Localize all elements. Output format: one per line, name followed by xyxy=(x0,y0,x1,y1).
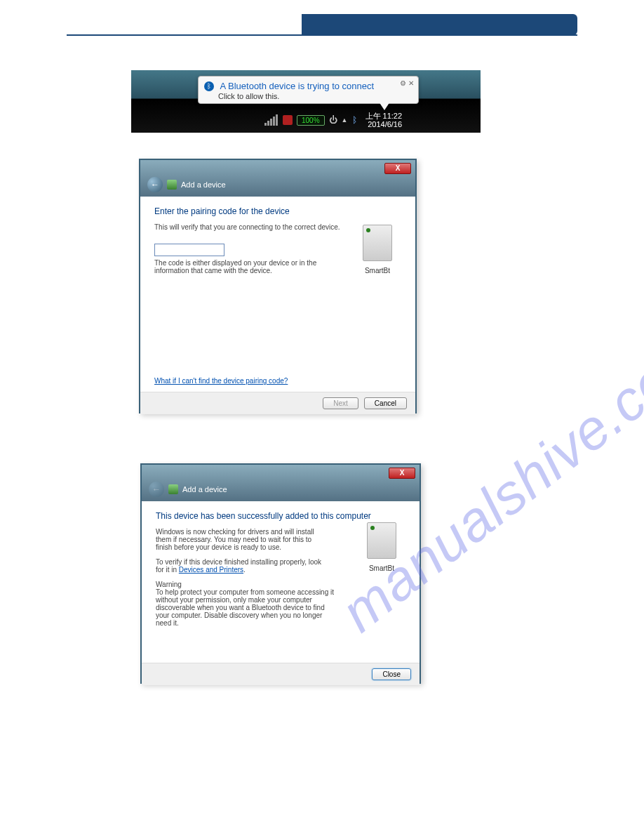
dialog-titlebar: X ← Add a device xyxy=(140,160,415,197)
back-button-disabled: ← xyxy=(149,482,164,497)
add-device-pairing-dialog: X ← Add a device Enter the pairing code … xyxy=(139,159,417,413)
clock[interactable]: 上午 11:22 2014/6/16 xyxy=(365,112,403,128)
dialog-heading: Enter the pairing code for the device xyxy=(154,206,401,216)
dialog-footer: Next Cancel xyxy=(140,392,415,414)
dialog-heading: This device has been successfully added … xyxy=(156,511,405,521)
close-button[interactable]: X xyxy=(384,163,411,174)
next-button[interactable]: Next xyxy=(323,397,358,409)
back-button[interactable]: ← xyxy=(147,177,163,192)
show-hidden-icons[interactable]: ▲ xyxy=(342,117,348,124)
bluetooth-tray-icon[interactable]: ᛒ xyxy=(352,115,357,125)
close-dialog-button[interactable]: Close xyxy=(372,668,411,680)
cancel-button[interactable]: Cancel xyxy=(364,397,407,409)
battery-indicator[interactable]: 100% xyxy=(297,115,325,126)
warning-label: Warning xyxy=(156,581,338,588)
taskbar-screenshot: ᛒ A Bluetooth device is trying to connec… xyxy=(131,70,481,133)
action-center-icon[interactable] xyxy=(283,115,293,125)
add-device-success-dialog: X ← Add a device This device has been su… xyxy=(140,463,421,684)
device-icon xyxy=(363,225,392,261)
dialog-title: Add a device xyxy=(182,485,227,494)
device-wizard-icon xyxy=(168,484,178,494)
header-accent-bar xyxy=(302,14,577,35)
notification-subtitle: Click to allow this. xyxy=(218,92,412,100)
success-paragraph-1: Windows is now checking for drivers and … xyxy=(156,528,324,551)
success-paragraph-2: To verify if this device finished instal… xyxy=(156,558,324,574)
clock-time: 上午 11:22 xyxy=(365,112,403,120)
device-name-label: SmartBt xyxy=(361,564,403,572)
bluetooth-notification-balloon[interactable]: ᛒ A Bluetooth device is trying to connec… xyxy=(198,76,419,104)
device-name-label: SmartBt xyxy=(356,267,398,274)
devices-and-printers-link[interactable]: Devices and Printers xyxy=(179,566,243,574)
dialog-title: Add a device xyxy=(181,180,226,189)
dialog-footer: Close xyxy=(142,663,420,685)
close-button[interactable]: X xyxy=(389,468,415,479)
device-wizard-icon xyxy=(167,180,177,190)
header-underline xyxy=(67,34,577,36)
notification-option-icons[interactable]: ⚙ ✕ xyxy=(400,79,414,87)
dialog-titlebar: X ← Add a device xyxy=(142,465,420,501)
notification-title: A Bluetooth device is trying to connect xyxy=(220,81,374,91)
pairing-help-link[interactable]: What if I can't find the device pairing … xyxy=(154,377,288,385)
warning-text: To help protect your computer from someo… xyxy=(156,588,334,627)
signal-icon[interactable] xyxy=(264,114,279,126)
bluetooth-icon: ᛒ xyxy=(204,81,214,91)
system-tray: 100% ⏻ ▲ ᛒ 上午 11:22 2014/6/16 xyxy=(264,110,478,130)
clock-date: 2014/6/16 xyxy=(365,120,403,128)
pairing-code-hint: The code is either displayed on your dev… xyxy=(154,259,323,274)
warning-block: Warning To help protect your computer fr… xyxy=(156,581,338,627)
power-icon[interactable]: ⏻ xyxy=(329,115,337,125)
pairing-code-input[interactable] xyxy=(154,244,224,256)
device-icon xyxy=(367,522,396,559)
